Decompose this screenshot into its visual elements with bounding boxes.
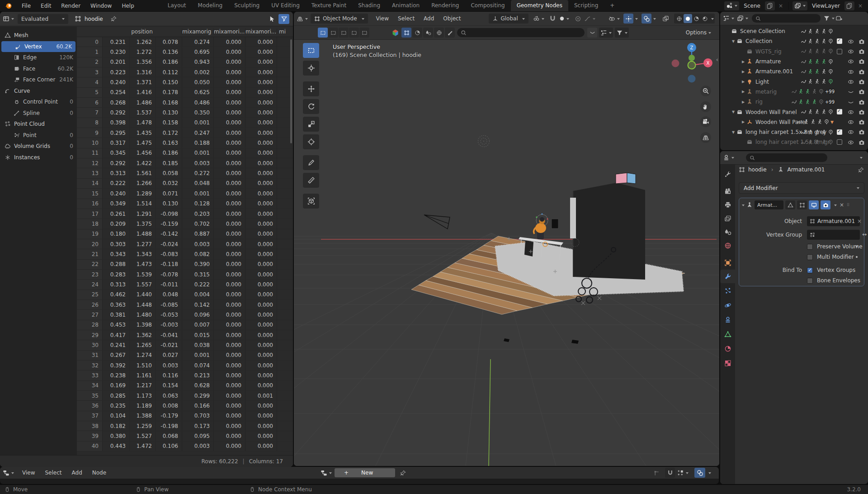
node-snap-mode-icon[interactable]	[676, 468, 690, 478]
workspace-tab[interactable]: Texture Paint	[306, 0, 352, 11]
shading-rendered-icon[interactable]	[701, 14, 709, 23]
sort-mode-icon[interactable]	[599, 28, 613, 38]
close-scene-icon[interactable]: ×	[777, 3, 785, 9]
outliner-item-label[interactable]: Scene Collection	[740, 28, 785, 34]
column-header-mixamori-2[interactable]: mixamori...	[213, 28, 245, 35]
filter-object-icon[interactable]	[401, 28, 411, 38]
topbar-menu-item[interactable]: File	[17, 3, 36, 9]
hide-eye-icon[interactable]	[848, 68, 854, 75]
node-menu-item[interactable]: View	[18, 470, 39, 476]
tab-physics[interactable]	[720, 299, 735, 312]
outliner-item-label[interactable]: rig	[755, 99, 763, 105]
exclude-checkbox[interactable]	[837, 49, 842, 54]
domain-row[interactable]: Point 0	[0, 130, 77, 141]
topbar-menu-item[interactable]: Render	[56, 3, 85, 9]
node-overlays-icon[interactable]	[694, 468, 705, 478]
tab-particles[interactable]	[720, 284, 735, 298]
domain-row[interactable]: Control Point 0	[0, 96, 77, 108]
outliner-item-label[interactable]: Light	[755, 79, 769, 85]
hide-eye-icon[interactable]	[848, 139, 854, 146]
table-row[interactable]: 7 0.292 1.537 0.130 0.350 0.000 0.000	[77, 108, 293, 118]
animate-dot[interactable]	[856, 246, 858, 247]
domain-row[interactable]: Volume Grids 0	[0, 141, 77, 152]
viewport-menu-item[interactable]: Object	[439, 15, 465, 22]
modifier-object-field[interactable]: Armature.001 ×	[807, 216, 860, 226]
workspace-tab[interactable]: Shading	[352, 0, 386, 11]
scale-tool[interactable]	[303, 117, 319, 132]
xray-toggle-icon[interactable]	[660, 14, 670, 24]
on-cage-toggle-icon[interactable]	[797, 200, 807, 209]
table-row[interactable]: 28 0.453 1.398 -0.003 0.007 0.000 0.000	[77, 320, 293, 330]
outliner-item-label[interactable]: Armature.001	[755, 68, 793, 75]
outliner-row[interactable]: ▶ Light ▼	[720, 76, 868, 86]
outliner-item-label[interactable]: Collection	[745, 38, 772, 44]
invert-vertex-group-icon[interactable]: ↔	[862, 231, 867, 238]
tab-constraints[interactable]	[720, 313, 735, 327]
column-header-mixamori-3[interactable]: mixamori...	[245, 28, 277, 35]
tab-material[interactable]	[720, 342, 735, 356]
properties-search-input[interactable]	[746, 153, 827, 162]
render-camera-icon[interactable]	[859, 58, 865, 65]
table-row[interactable]: 1 0.230 1.272 0.136 0.695 0.000 0.000	[77, 47, 293, 57]
table-row[interactable]: 10 0.317 1.475 0.163 0.188 0.000 0.000	[77, 138, 293, 148]
render-camera-icon[interactable]	[859, 119, 865, 126]
table-row[interactable]: 34 0.169 1.217 0.154 0.628 0.000 0.000	[77, 381, 293, 391]
filter-scene-icon[interactable]	[423, 28, 433, 38]
outliner-row[interactable]: WGTS_rig ▼	[720, 47, 868, 57]
snap-with-icon[interactable]	[559, 14, 569, 24]
column-header-position[interactable]: position	[102, 28, 182, 35]
outliner-row[interactable]: ▶ Armature ▼	[720, 57, 868, 66]
domain-row[interactable]: Vertex 60.2K	[1, 41, 75, 52]
viewport-menu-item[interactable]: Select	[393, 15, 419, 22]
snap-target-icon[interactable]	[533, 14, 544, 24]
viewport-menu-item[interactable]: Add	[419, 15, 439, 22]
topbar-menu-item[interactable]: Edit	[36, 3, 56, 9]
pin-icon[interactable]	[858, 166, 864, 173]
edit-mode-toggle-icon[interactable]	[785, 200, 795, 209]
hide-eye-icon[interactable]	[848, 89, 854, 95]
outliner-row[interactable]: ▶ Armature.001 ▼	[720, 66, 868, 76]
tab-view-layer[interactable]	[720, 212, 735, 225]
table-row[interactable]: 9 0.295 1.435 0.172 0.247 0.000 0.000	[77, 128, 293, 138]
proportional-editing-icon[interactable]	[575, 15, 581, 22]
table-row[interactable]: 11 0.345 1.456 0.186 0.001 0.000 0.000	[77, 148, 293, 158]
domain-row[interactable]: Mesh	[0, 30, 77, 41]
transform-tool[interactable]	[303, 134, 319, 149]
select-extend-icon[interactable]	[328, 28, 338, 38]
tab-texture[interactable]	[720, 356, 735, 370]
bind-bone-envelopes-checkbox[interactable]	[807, 278, 813, 284]
table-row[interactable]: 22 0.288 1.473 -0.118 0.390 0.000 0.000	[77, 260, 293, 270]
drag-handle-icon[interactable]: ⠿	[847, 203, 850, 207]
domain-row[interactable]: Instances 0	[0, 152, 77, 163]
node-snap-magnet-icon[interactable]	[665, 468, 675, 478]
geometry-nodes-icon[interactable]	[392, 29, 399, 37]
measure-tool[interactable]	[303, 173, 319, 188]
table-row[interactable]: 8 0.398 1.478 0.158 0.001 0.000 0.000	[77, 118, 293, 128]
outliner-row[interactable]: ▼ Collection ▼	[720, 36, 868, 46]
viewlayer-selector-icon[interactable]	[793, 1, 807, 10]
render-camera-icon[interactable]	[859, 68, 865, 75]
table-row[interactable]: 23 0.283 1.539 -0.078 0.315 0.000 0.000	[77, 270, 293, 280]
tab-object[interactable]	[720, 256, 735, 270]
render-camera-icon[interactable]	[859, 48, 865, 55]
bind-vertex-groups-checkbox[interactable]	[807, 267, 813, 273]
snap-magnet-icon[interactable]	[549, 15, 557, 23]
outliner-row[interactable]: ▶ rig ▼ +99	[720, 97, 868, 107]
collapse-arc-icon[interactable]	[587, 28, 597, 38]
expand-arrow[interactable]: ▼	[731, 130, 736, 134]
node-menu-item[interactable]: Select	[40, 470, 66, 476]
options-button[interactable]: Options	[686, 29, 711, 36]
table-row[interactable]: 17 0.261 1.291 -0.098 0.203 0.000 0.000	[77, 209, 293, 219]
node-tree-browse-icon[interactable]	[321, 468, 332, 478]
table-row[interactable]: 20 0.303 1.277 -0.024 0.003 0.000 0.000	[77, 239, 293, 249]
breadcrumb-object[interactable]: hoodie	[748, 166, 767, 173]
viewlayer-name[interactable]: ViewLayer	[809, 3, 843, 9]
hide-eye-icon[interactable]	[848, 129, 854, 136]
table-row[interactable]: 38 0.182 1.259 -0.198 0.173 0.000 0.000	[77, 421, 293, 431]
pin-icon[interactable]	[110, 15, 117, 22]
table-row[interactable]: 31 0.267 1.274 0.027 0.001 0.000 0.000	[77, 351, 293, 361]
mode-dropdown[interactable]: Object Mode	[311, 14, 368, 24]
outliner-search-input[interactable]	[752, 14, 821, 23]
table-row[interactable]: 12 0.292 1.422 0.185 0.003 0.000 0.000	[77, 158, 293, 168]
domain-row[interactable]: Point Cloud	[0, 119, 77, 130]
